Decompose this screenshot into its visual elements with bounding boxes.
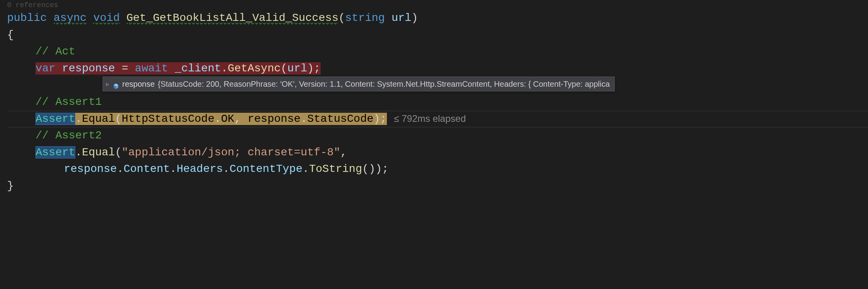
code-line[interactable]: } (7, 178, 868, 195)
method-getasync: GetAsync (228, 62, 280, 75)
variable-icon (113, 81, 119, 87)
paren-close: ) (411, 12, 418, 24)
perf-tip[interactable]: ≤ 792ms elapsed (387, 113, 466, 124)
code-line[interactable]: public async void Get_GetBookListAll_Val… (7, 10, 868, 27)
identifier-url: url (287, 62, 307, 75)
code-editor[interactable]: 0 references public async void Get_GetBo… (0, 0, 868, 194)
method-equal: Equal (82, 113, 115, 125)
code-line[interactable]: var response = await _client.GetAsync(ur… (7, 60, 868, 77)
identifier-response: response (62, 62, 115, 75)
member-ok: OK (221, 113, 235, 125)
expr-response-content: response (64, 163, 117, 175)
type-assert: Assert (35, 113, 75, 125)
string-literal: "application/json; charset=utf-8" (121, 146, 340, 158)
code-line[interactable]: // Assert1 (7, 94, 868, 111)
type-assert: Assert (35, 146, 75, 158)
method-name: Get_GetBookListAll_Valid_Success (127, 12, 339, 25)
keyword-await: await (135, 62, 168, 75)
param-type: string (345, 12, 385, 24)
equals: = (115, 62, 135, 75)
comment-assert2: // Assert2 (35, 129, 102, 142)
identifier-response: response (248, 113, 301, 125)
code-line[interactable]: // Assert2 (7, 127, 868, 144)
code-line-current[interactable]: Assert.Equal(HttpStatusCode.OK, response… (7, 111, 868, 128)
method-equal: Equal (82, 146, 115, 158)
param-name: url (392, 12, 411, 24)
debug-datatip[interactable]: ▹ response {StatusCode: 200, ReasonPhras… (103, 76, 615, 91)
keyword-void: void (93, 12, 119, 25)
datatip-value: {StatusCode: 200, ReasonPhrase: 'OK', Ve… (158, 78, 610, 90)
expand-icon[interactable]: ▹ (105, 80, 110, 88)
code-line[interactable]: { (7, 27, 868, 44)
codelens-references[interactable]: 0 references (7, 0, 868, 11)
paren-open: ( (338, 12, 345, 24)
brace-close: } (7, 180, 14, 192)
comment-act: // Act (35, 45, 75, 58)
keyword-async: async (54, 12, 87, 25)
type-httpstatuscode: HttpStatusCode (121, 113, 214, 125)
datatip-variable: response (122, 78, 155, 90)
keyword-var: var (35, 62, 55, 75)
member-statuscode: StatusCode (307, 113, 373, 125)
brace-open: { (7, 29, 14, 41)
code-line[interactable]: Assert.Equal("application/json; charset=… (7, 144, 868, 161)
code-line[interactable]: // Act (7, 43, 868, 60)
comment-assert1: // Assert1 (35, 96, 102, 108)
code-line[interactable]: response.Content.Headers.ContentType.ToS… (7, 161, 868, 178)
keyword-public: public (7, 12, 47, 24)
identifier-client: _client (175, 62, 221, 75)
